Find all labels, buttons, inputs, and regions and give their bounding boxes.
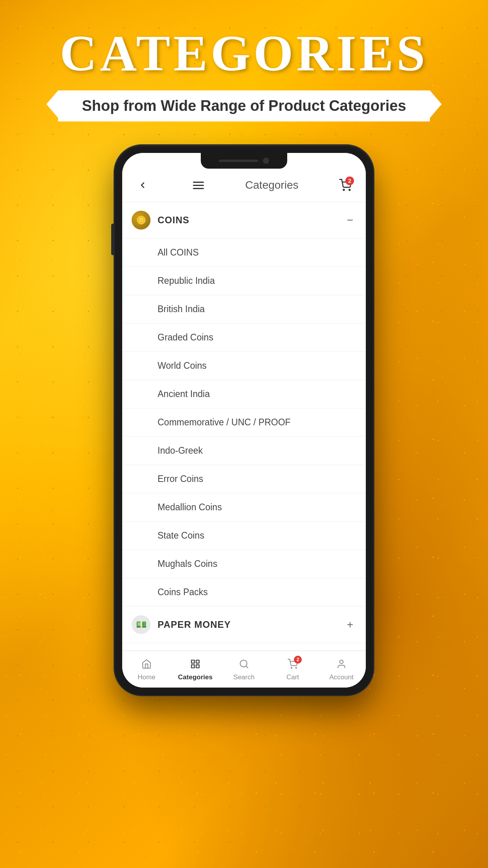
item-label: All COINS [158, 247, 199, 257]
nav-search[interactable]: Search [220, 656, 268, 684]
menu-line-2 [193, 185, 204, 186]
nav-search-label: Search [233, 673, 255, 681]
phone-notch [201, 153, 287, 169]
page-title: CATEGORIES [0, 24, 488, 83]
nav-account-label: Account [329, 673, 353, 681]
svg-point-10 [340, 660, 343, 664]
home-icon [141, 659, 152, 672]
item-label: Graded Coins [158, 332, 213, 342]
header-title: Categories [245, 179, 298, 191]
notch-bar [219, 160, 258, 162]
list-item[interactable]: British India [122, 295, 366, 323]
paper-money-header[interactable]: 💵 PAPER MONEY + [122, 607, 366, 643]
back-button[interactable] [134, 177, 151, 194]
phone-wrapper: Categories 2 🪙 COINS − [0, 145, 488, 695]
cart-badge: 2 [345, 177, 354, 185]
list-item[interactable]: World Coins [122, 351, 366, 380]
medals-header[interactable]: 🏅 MEDALS + [122, 643, 366, 651]
item-label: Ancient India [158, 389, 210, 399]
menu-line-3 [193, 188, 204, 189]
item-label: Commemorative / UNC / PROOF [158, 417, 291, 427]
grid-icon [190, 659, 200, 672]
list-item[interactable]: Coins Packs [122, 578, 366, 606]
svg-rect-5 [196, 665, 199, 668]
svg-rect-2 [191, 660, 194, 663]
paper-money-toggle[interactable]: + [344, 618, 356, 631]
paper-money-icon: 💵 [132, 615, 150, 634]
list-item[interactable]: Indo-Greek [122, 436, 366, 465]
svg-point-1 [349, 189, 350, 191]
nav-cart[interactable]: 2 Cart [268, 656, 317, 684]
notch-camera [263, 158, 269, 164]
item-label: State Coins [158, 530, 204, 541]
nav-cart-wrapper: 2 [288, 659, 298, 672]
list-item[interactable]: Ancient India [122, 380, 366, 408]
item-label: Mughals Coins [158, 559, 217, 569]
coins-toggle[interactable]: − [344, 214, 356, 226]
account-icon [336, 659, 347, 672]
phone-mockup: Categories 2 🪙 COINS − [114, 145, 374, 695]
svg-point-8 [291, 668, 292, 668]
coins-items: All COINS Republic India British India G… [122, 238, 366, 606]
coins-icon: 🪙 [132, 211, 150, 230]
svg-point-9 [296, 668, 297, 668]
list-item[interactable]: Error Coins [122, 465, 366, 493]
app-content: 🪙 COINS − All COINS Republic India Briti… [122, 202, 366, 651]
nav-account[interactable]: Account [317, 656, 366, 684]
list-item[interactable]: Republic India [122, 267, 366, 295]
nav-categories-label: Categories [178, 673, 213, 681]
banner-text: Shop from Wide Range of Product Categori… [82, 97, 406, 114]
item-label: World Coins [158, 360, 207, 371]
list-item[interactable]: Commemorative / UNC / PROOF [122, 408, 366, 436]
phone-screen: Categories 2 🪙 COINS − [122, 153, 366, 688]
list-item[interactable]: Medallion Coins [122, 493, 366, 521]
item-label: Error Coins [158, 474, 203, 484]
menu-line-1 [193, 182, 204, 183]
svg-rect-3 [196, 660, 199, 663]
list-item[interactable]: Mughals Coins [122, 550, 366, 578]
coins-header[interactable]: 🪙 COINS − [122, 202, 366, 238]
item-label: Coins Packs [158, 587, 208, 597]
coins-label: COINS [158, 215, 344, 226]
nav-cart-label: Cart [286, 673, 299, 681]
list-item[interactable]: All COINS [122, 238, 366, 267]
svg-line-7 [246, 666, 248, 668]
item-label: Republic India [158, 276, 215, 286]
cart-button[interactable]: 2 [337, 177, 354, 194]
svg-point-0 [343, 189, 345, 191]
medals-section: 🏅 MEDALS + [122, 643, 366, 651]
banner: Shop from Wide Range of Product Categori… [58, 90, 429, 121]
search-icon [239, 659, 249, 672]
item-label: Medallion Coins [158, 502, 222, 512]
item-label: British India [158, 304, 205, 314]
list-item[interactable]: State Coins [122, 521, 366, 550]
bottom-nav: Home Categories [122, 651, 366, 688]
nav-cart-badge: 2 [294, 656, 302, 664]
paper-money-section: 💵 PAPER MONEY + [122, 607, 366, 643]
paper-money-label: PAPER MONEY [158, 619, 344, 630]
page-header: CATEGORIES Shop from Wide Range of Produ… [0, 0, 488, 121]
svg-rect-4 [191, 665, 194, 668]
nav-categories[interactable]: Categories [171, 656, 220, 684]
menu-button[interactable] [190, 177, 207, 194]
list-item[interactable]: Graded Coins [122, 323, 366, 351]
nav-home[interactable]: Home [122, 656, 171, 684]
coins-section: 🪙 COINS − All COINS Republic India Briti… [122, 202, 366, 607]
nav-home-label: Home [138, 673, 155, 681]
item-label: Indo-Greek [158, 445, 203, 456]
